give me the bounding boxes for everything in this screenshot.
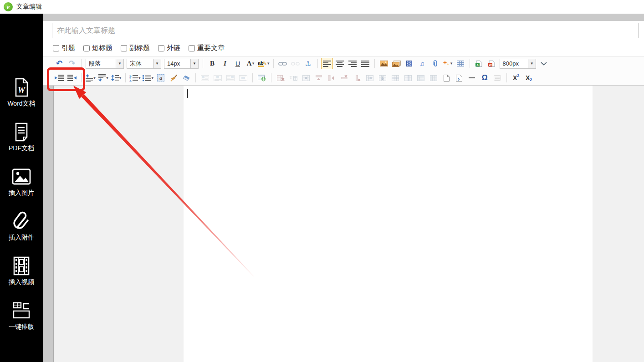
dropdown-caret-icon[interactable]: ▾ (152, 76, 154, 80)
sidebar-item-pdf-doc[interactable]: PDF文档 (0, 122, 43, 167)
toolbar-collapse-icon (541, 62, 547, 66)
img-align-center-button (212, 72, 224, 84)
special-char-button[interactable]: Ω (479, 72, 491, 84)
article-title-input[interactable] (52, 23, 639, 38)
dropdown-caret-icon[interactable]: ▾ (267, 61, 270, 66)
dropdown-caret-icon[interactable]: ▾ (119, 76, 122, 80)
chevron-down-icon[interactable]: ▼ (153, 59, 161, 68)
highlight-button[interactable]: ab✎▾ (257, 58, 270, 69)
anchor-button[interactable]: ⚓ (302, 58, 314, 69)
merge-cells-button (300, 72, 312, 84)
insert-attachment-button[interactable] (429, 58, 441, 69)
delete-col-button (351, 72, 363, 84)
checkbox-lead-title[interactable]: 引题 (53, 44, 75, 52)
checkbox-sub-title[interactable]: 副标题 (121, 44, 150, 52)
preview-button[interactable] (256, 72, 268, 84)
sidebar-item-word-doc[interactable]: WWord文档 (0, 77, 43, 122)
bold-button[interactable]: B (206, 58, 218, 69)
align-right-button[interactable] (347, 58, 358, 69)
dropdown-caret-icon[interactable]: ▾ (138, 76, 141, 80)
undo-icon: ↶ (56, 60, 62, 67)
paragraph-style-select[interactable]: 段落▼ (86, 59, 124, 69)
sidebar-item-insert-image[interactable]: 插入图片 (0, 167, 43, 211)
font-size-select[interactable]: 14px▼ (164, 59, 199, 69)
checkbox-short-title-input[interactable] (83, 45, 90, 51)
dropdown-caret-icon[interactable]: ▾ (450, 61, 453, 66)
merge-right-icon (366, 75, 373, 81)
insert-page-button[interactable] (440, 72, 452, 84)
align-left-button[interactable] (321, 58, 333, 69)
toolbar-collapse-button[interactable] (538, 58, 550, 69)
align-center-button[interactable] (334, 58, 346, 69)
superscript-icon: X2 (513, 75, 519, 81)
align-center-icon (336, 61, 344, 67)
insert-image-button[interactable] (378, 58, 390, 69)
insert-template-button[interactable] (453, 72, 465, 84)
checkbox-important-input[interactable] (189, 45, 195, 51)
indent-decrease-button[interactable] (66, 72, 78, 84)
font-family-select[interactable]: 宋体▼ (127, 59, 161, 69)
insert-link-button[interactable] (277, 58, 289, 69)
dropdown-caret-icon[interactable]: ▾ (106, 76, 108, 80)
insert-video-button[interactable] (404, 58, 415, 69)
sidebar-item-insert-attachment[interactable]: 插入附件 (0, 211, 43, 256)
clear-format-button[interactable] (180, 72, 192, 84)
redo-button[interactable]: ↷ (66, 58, 78, 69)
redo-icon: ↷ (69, 60, 75, 67)
magic-effects-button[interactable]: ▾ (442, 58, 454, 69)
img-align-center-icon (214, 75, 222, 81)
checkbox-important[interactable]: 重要文章 (189, 44, 225, 52)
font-size-value: 14px (164, 60, 190, 67)
dropdown-caret-icon[interactable]: ▾ (252, 61, 255, 66)
insert-music-button[interactable]: ♫ (416, 58, 428, 69)
chevron-down-icon[interactable]: ▼ (190, 59, 198, 68)
align-justify-button[interactable] (359, 58, 371, 69)
dropdown-caret-icon[interactable]: ▾ (93, 76, 96, 80)
underline-button[interactable]: U (232, 58, 244, 69)
checkbox-short-title[interactable]: 短标题 (83, 44, 112, 52)
insert-date-icon (494, 75, 501, 81)
svg-text:W: W (489, 63, 492, 66)
merge-right-button (364, 72, 376, 84)
sidebar-item-insert-video[interactable]: 插入视频 (0, 256, 43, 301)
insert-video-icon (406, 61, 412, 66)
sidebar-item-label: 一键排版 (9, 323, 34, 331)
page-width-select[interactable]: 800px▼ (500, 59, 536, 69)
line-spacing-button[interactable]: ▾ (110, 72, 122, 84)
anchor-icon: ⚓ (305, 60, 311, 67)
chevron-down-icon[interactable]: ▼ (528, 59, 536, 68)
checkbox-lead-title-input[interactable] (53, 45, 59, 51)
spacing-before-button[interactable]: ▾ (85, 72, 97, 84)
chevron-down-icon[interactable]: ▼ (116, 59, 123, 68)
avg-rows-button (415, 72, 427, 84)
editor-body[interactable] (53, 86, 644, 362)
format-brush-button[interactable] (168, 72, 179, 84)
ordered-list-button[interactable]: 1.2.3.▾ (129, 72, 141, 84)
align-left-icon (323, 61, 331, 67)
italic-icon: I (224, 60, 226, 67)
import-word-button[interactable]: W (486, 58, 498, 69)
insert-table-icon (457, 61, 464, 66)
subscript-button[interactable]: X2 (523, 72, 535, 84)
delete-col-icon (354, 75, 361, 81)
spacing-after-icon (98, 74, 106, 82)
italic-button[interactable]: I (219, 58, 231, 69)
horizontal-rule-button[interactable] (466, 72, 478, 84)
checkbox-external-link[interactable]: 外链 (158, 44, 180, 52)
superscript-button[interactable]: X2 (510, 72, 522, 84)
import-excel-button[interactable]: X (473, 58, 485, 69)
insert-table-button[interactable] (455, 58, 466, 69)
unordered-list-button[interactable]: ▾ (142, 72, 154, 84)
multi-image-button[interactable] (391, 58, 403, 69)
undo-button[interactable]: ↶ (53, 58, 65, 69)
editor-page[interactable] (184, 86, 593, 362)
checkbox-sub-title-input[interactable] (121, 45, 127, 51)
auto-typeset-button[interactable]: a (155, 72, 167, 84)
spacing-after-button[interactable]: ▾ (97, 72, 109, 84)
sidebar-item-one-click-layout[interactable]: 一键排版 (0, 301, 43, 345)
indent-increase-button[interactable] (53, 72, 65, 84)
svg-text:T: T (290, 75, 292, 80)
checkbox-external-link-input[interactable] (158, 45, 164, 51)
unlink-button (290, 58, 302, 69)
font-color-button[interactable]: A▾ (245, 58, 256, 69)
